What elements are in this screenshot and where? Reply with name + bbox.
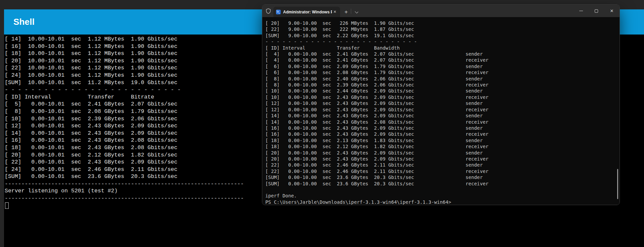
powershell-icon: >_ <box>276 10 281 14</box>
tab-powershell[interactable]: >_ Administrator: Windows Pow ✕ <box>273 7 340 17</box>
scrollbar-thumb[interactable] <box>617 169 618 199</box>
terminal-titlebar[interactable]: >_ Administrator: Windows Pow ✕ + ✕ <box>262 5 620 17</box>
shell-terminal-output: [ 14] 10.00-10.01 sec 1.12 MBytes 1.90 G… <box>5 36 244 202</box>
minimize-icon <box>579 11 583 11</box>
admin-shield-icon <box>265 8 271 14</box>
desktop: Shell [ 14] 10.00-10.01 sec 1.12 MBytes … <box>0 0 644 247</box>
minimize-button[interactable] <box>573 5 589 17</box>
powershell-output: [ 20] 9.00-10.00 sec 226 MBytes 1.90 Gbi… <box>265 20 488 205</box>
terminal-cursor <box>5 202 9 209</box>
shell-title: Shell <box>4 17 35 27</box>
tab-close-icon[interactable]: ✕ <box>332 9 338 15</box>
windows-terminal-window: >_ Administrator: Windows Pow ✕ + ✕ <box>262 4 620 205</box>
powershell-terminal[interactable]: [ 20] 9.00-10.00 sec 226 MBytes 1.90 Gbi… <box>262 17 620 205</box>
tab-title: Administrator: Windows Pow <box>283 10 332 14</box>
maximize-icon <box>595 9 598 13</box>
close-button[interactable]: ✕ <box>604 5 620 17</box>
close-icon: ✕ <box>610 9 614 13</box>
titlebar-divider <box>351 9 351 14</box>
maximize-button[interactable] <box>589 5 604 17</box>
window-controls: ✕ <box>573 5 620 17</box>
new-tab-button[interactable]: + <box>344 9 348 15</box>
chevron-down-icon[interactable] <box>355 10 358 13</box>
